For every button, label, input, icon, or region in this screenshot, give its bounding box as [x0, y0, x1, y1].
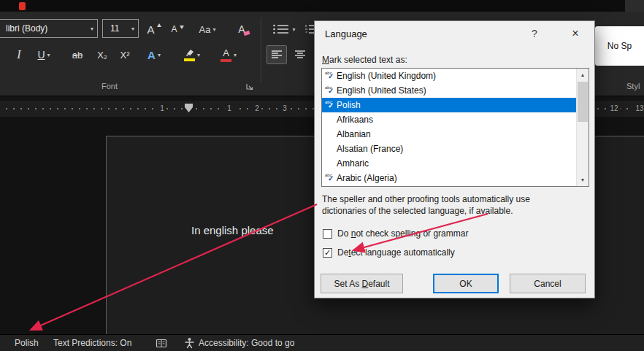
align-center-button[interactable] [290, 45, 310, 64]
chevron-down-icon: ▾ [234, 52, 237, 58]
ruler-number: 3 [280, 104, 289, 114]
increase-arrow-icon [157, 23, 161, 27]
dialog-title: Language [325, 28, 367, 39]
language-option[interactable]: abc✓ Afrikaans [322, 112, 576, 127]
ruler-number: 2 [253, 104, 261, 114]
accessibility-status-button[interactable] [184, 335, 195, 351]
no-spellcheck-label: Do not check spelling or grammar [337, 228, 468, 239]
shrink-font-button[interactable]: A [167, 20, 188, 39]
font-size-combobox[interactable]: 11 ▾ [102, 19, 139, 38]
language-status[interactable]: Polish [15, 335, 39, 351]
status-bar: Polish Text Predictions: On Accessibilit… [0, 334, 644, 351]
language-option-label: Alsatian (France) [337, 144, 403, 154]
text-predictions-status[interactable]: Text Predictions: On [53, 335, 131, 351]
text-highlight-button[interactable]: ▾ [175, 45, 209, 64]
ruler-number: 1 [225, 104, 234, 114]
language-option-label: Amharic [337, 158, 369, 169]
accessibility-status-text: Accessibility: Good to go [199, 335, 294, 351]
align-left-button[interactable] [267, 45, 287, 64]
detect-language-checkbox[interactable]: ✓ Detect language automatically [323, 247, 455, 258]
set-as-default-button[interactable]: Set As Default [321, 274, 403, 293]
font-dialog-launcher[interactable] [243, 80, 255, 92]
checkmark-icon: ✓ [324, 249, 331, 257]
subscript-button[interactable]: X₂ [92, 45, 112, 64]
language-option[interactable]: abc✓ English (United Kingdom) [322, 69, 576, 83]
chevron-down-icon: ▾ [131, 26, 138, 32]
decrease-arrow-icon [180, 26, 184, 29]
language-option-label: Afrikaans [337, 115, 373, 125]
proofing-status-button[interactable] [156, 335, 167, 351]
font-color-button[interactable]: A ▾ [213, 45, 244, 64]
language-option[interactable]: abc✓ Amharic [322, 156, 576, 171]
checkbox-icon: ✓ [323, 229, 332, 239]
first-line-indent-marker[interactable] [185, 104, 193, 112]
language-option-label: Arabic (Algeria) [337, 173, 397, 183]
ribbon-corner-fragment [625, 0, 644, 12]
group-separator [261, 18, 261, 82]
language-listbox[interactable]: abc✓ English (United Kingdom) abc✓ Engli… [321, 68, 589, 187]
underline-button[interactable]: U ▾ [31, 45, 57, 64]
description-text-line1: The speller and other proofing tools aut… [322, 194, 530, 204]
change-case-button[interactable]: Aa ▾ [191, 20, 224, 39]
font-name-combobox[interactable]: libri (Body) ▾ [0, 19, 98, 38]
language-rows: abc✓ English (United Kingdom) abc✓ Engli… [322, 69, 576, 185]
detect-language-label: Detect language automatically [337, 247, 455, 258]
italic-button[interactable]: I [10, 45, 28, 64]
description-text-line2: dictionaries of the selected language, i… [322, 206, 513, 216]
language-option[interactable]: abc✓ Polish [322, 98, 576, 112]
no-spellcheck-checkbox[interactable]: ✓ Do not check spelling or grammar [323, 228, 468, 239]
ruler-number: 12 [607, 104, 620, 114]
highlighter-pen-icon [184, 48, 195, 57]
align-center-icon [294, 50, 306, 60]
proofing-book-icon [156, 338, 167, 349]
language-option-label: English (United States) [337, 85, 426, 96]
clear-formatting-button[interactable]: A [229, 20, 254, 39]
spellcheck-icon: abc✓ [324, 172, 337, 184]
chevron-down-icon: ▾ [197, 52, 200, 58]
titlebar-red-icon [19, 2, 26, 10]
text-effects-button[interactable]: A ▾ [139, 45, 169, 64]
font-color-bar [221, 59, 231, 62]
word-window: libri (Body) ▾ 11 ▾ A A Aa ▾ A [0, 0, 644, 351]
eraser-icon [243, 31, 250, 36]
scroll-down-icon[interactable]: ▼ [577, 174, 589, 186]
dialog-titlebar: Language ? × [315, 21, 594, 46]
language-option[interactable]: abc✓ English (United States) [322, 83, 576, 98]
titlebar [0, 0, 644, 12]
language-dialog: Language ? × Mark selected text as: abc✓… [314, 20, 595, 298]
language-option-label: Polish [337, 100, 361, 110]
chevron-down-icon: ▾ [292, 26, 295, 33]
cancel-button[interactable]: Cancel [510, 274, 586, 293]
language-option[interactable]: abc✓ Albanian [322, 127, 576, 142]
checkbox-icon: ✓ [323, 248, 332, 258]
language-option[interactable]: abc✓ Alsatian (France) [322, 142, 576, 156]
spellcheck-icon: abc✓ [324, 70, 337, 82]
bullet-list-icon [272, 23, 290, 35]
style-card-no-spacing[interactable]: No Sp [595, 26, 644, 66]
ok-button[interactable]: OK [433, 274, 499, 293]
listbox-scrollbar[interactable]: ▲ ▼ [576, 69, 589, 186]
mark-text-label: Mark selected text as: [322, 55, 407, 65]
close-button[interactable]: × [559, 21, 591, 46]
superscript-button[interactable]: X² [115, 45, 135, 64]
strikethrough-button[interactable]: ab [66, 45, 89, 64]
scroll-up-icon[interactable]: ▲ [577, 69, 589, 81]
styles-group-label: Styl [626, 82, 640, 90]
ruler-number: 1 [158, 104, 166, 114]
accessibility-person-icon [184, 337, 195, 349]
chevron-down-icon: ▾ [158, 52, 161, 58]
bullets-button[interactable]: ▾ [267, 20, 302, 39]
chevron-down-icon: ▾ [91, 26, 97, 32]
ruler-number: 13 [633, 104, 644, 114]
align-left-icon [271, 50, 283, 60]
language-option-label: Albanian [337, 129, 371, 139]
chevron-down-icon: ▾ [47, 52, 50, 58]
scrollbar-thumb[interactable] [578, 82, 588, 122]
highlight-color-bar [184, 58, 195, 61]
grow-font-button[interactable]: A [143, 20, 165, 39]
language-option[interactable]: abc✓ Arabic (Algeria) [322, 171, 576, 185]
spellcheck-icon: abc✓ [324, 99, 337, 111]
document-text[interactable]: In english please [191, 224, 274, 236]
help-button[interactable]: ? [520, 21, 549, 46]
dialog-launcher-icon [245, 82, 254, 91]
